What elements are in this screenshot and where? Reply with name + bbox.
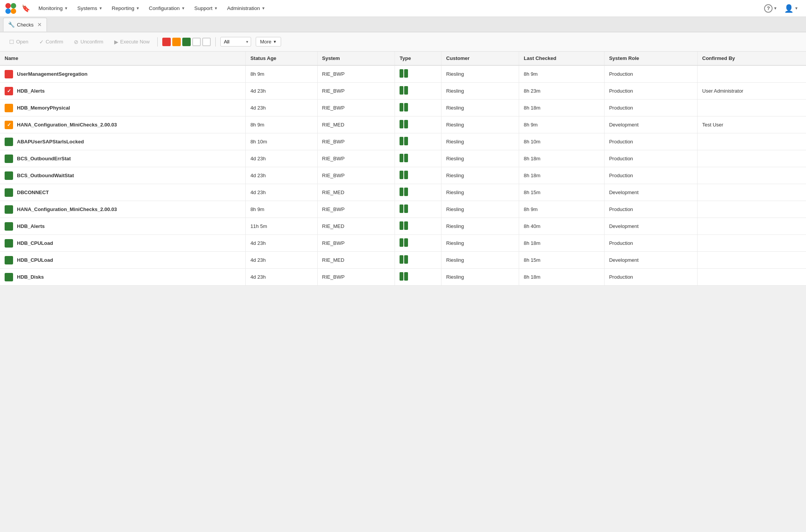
cell-system: RIE_BWP [317, 133, 395, 150]
cell-system: RIE_MED [317, 116, 395, 133]
filter-orange[interactable] [172, 38, 181, 46]
filter-red[interactable] [162, 38, 171, 46]
nav-systems[interactable]: Systems ▼ [73, 3, 107, 13]
cell-customer: Riesling [441, 150, 519, 167]
cell-status-age: 4d 23h [246, 167, 317, 184]
cell-last-checked: 8h 18m [519, 100, 604, 116]
cell-last-checked: 8h 18m [519, 167, 604, 184]
more-arrow-icon: ▼ [273, 40, 277, 44]
filter-select[interactable]: All [220, 37, 251, 47]
table-row[interactable]: HANA_Configuration_MiniChecks_2.00.03 8h… [0, 201, 806, 218]
nav-configuration[interactable]: Configuration ▼ [145, 3, 189, 13]
filter-empty[interactable] [192, 38, 201, 46]
cell-system: RIE_BWP [317, 100, 395, 116]
cell-confirmed-by [698, 65, 806, 83]
cell-customer: Riesling [441, 269, 519, 286]
user-arrow-icon: ▼ [794, 6, 798, 10]
unconfirm-icon: ⊘ [74, 39, 78, 45]
filter-green[interactable] [182, 38, 191, 46]
table-row[interactable]: BCS_OutboundErrStat 4d 23h RIE_BWP Riesl… [0, 150, 806, 167]
help-button[interactable]: ? ▼ [761, 2, 780, 15]
table-row[interactable]: ✓ HDB_Alerts 4d 23h RIE_BWP Riesling 8h … [0, 83, 806, 100]
check-name: UserManagementSegregation [17, 71, 88, 77]
nav-configuration-arrow: ▼ [181, 6, 185, 10]
table-row[interactable]: HDB_CPULoad 4d 23h RIE_BWP Riesling 8h 1… [0, 235, 806, 252]
cell-name: ABAPUserSAPStarIsLocked [0, 133, 246, 150]
table-row[interactable]: HDB_MemoryPhysical 4d 23h RIE_BWP Riesli… [0, 100, 806, 116]
user-button[interactable]: 👤 ▼ [781, 2, 801, 15]
nav-administration[interactable]: Administration ▼ [223, 3, 269, 13]
execute-now-button[interactable]: ▶ Execute Now [111, 37, 153, 47]
header-type: Type [395, 52, 441, 65]
cell-name: BCS_OutboundWaitStat [0, 167, 246, 184]
check-name: HDB_MemoryPhysical [17, 105, 70, 111]
cell-confirmed-by [698, 100, 806, 116]
cell-system: RIE_BWP [317, 167, 395, 184]
type-icon [400, 221, 408, 230]
cell-type [395, 167, 441, 184]
status-indicator [5, 205, 13, 214]
cell-customer: Riesling [441, 201, 519, 218]
nav-support[interactable]: Support ▼ [190, 3, 221, 13]
table-row[interactable]: HDB_Disks 4d 23h RIE_BWP Riesling 8h 18m… [0, 269, 806, 286]
header-status-age: Status Age [246, 52, 317, 65]
nav-reporting[interactable]: Reporting ▼ [108, 3, 143, 13]
cell-last-checked: 8h 15m [519, 252, 604, 269]
nav-reporting-arrow: ▼ [136, 6, 140, 10]
check-name: HDB_CPULoad [17, 257, 53, 263]
open-icon: ☐ [9, 39, 14, 45]
cell-system-role: Production [604, 167, 697, 184]
cell-status-age: 8h 9m [246, 116, 317, 133]
cell-customer: Riesling [441, 100, 519, 116]
cell-name: DBCONNECT [0, 184, 246, 201]
cell-status-age: 8h 9m [246, 65, 317, 83]
cell-status-age: 4d 23h [246, 100, 317, 116]
tab-close-button[interactable]: ✕ [37, 22, 42, 28]
bookmark-icon[interactable]: 🔖 [22, 4, 30, 13]
cell-last-checked: 8h 23m [519, 83, 604, 100]
cell-name: UserManagementSegregation [0, 65, 246, 83]
cell-type [395, 116, 441, 133]
cell-type [395, 133, 441, 150]
status-indicator [5, 273, 13, 281]
table-row[interactable]: HDB_Alerts 11h 5m RIE_MED Riesling 8h 40… [0, 218, 806, 235]
cell-last-checked: 8h 40m [519, 218, 604, 235]
table-row[interactable]: HDB_CPULoad 4d 23h RIE_MED Riesling 8h 1… [0, 252, 806, 269]
unconfirm-button[interactable]: ⊘ Unconfirm [71, 37, 106, 47]
app-logo [5, 2, 17, 15]
check-name: HANA_Configuration_MiniChecks_2.00.03 [17, 122, 117, 128]
top-navigation: 🔖 Monitoring ▼ Systems ▼ Reporting ▼ Con… [0, 0, 806, 17]
more-button[interactable]: More ▼ [256, 37, 281, 47]
open-button[interactable]: ☐ Open [6, 37, 32, 47]
table-row[interactable]: BCS_OutboundWaitStat 4d 23h RIE_BWP Ries… [0, 167, 806, 184]
header-name: Name [0, 52, 246, 65]
tab-checks[interactable]: 🔧 Checks ✕ [3, 18, 47, 32]
cell-system: RIE_BWP [317, 201, 395, 218]
nav-monitoring[interactable]: Monitoring ▼ [35, 3, 72, 13]
check-name: HDB_CPULoad [17, 240, 53, 246]
cell-customer: Riesling [441, 218, 519, 235]
check-name: ABAPUserSAPStarIsLocked [17, 139, 84, 145]
tab-bar: 🔧 Checks ✕ [0, 17, 806, 32]
nav-monitoring-arrow: ▼ [64, 6, 68, 10]
status-indicator [5, 188, 13, 197]
cell-confirmed-by [698, 252, 806, 269]
confirm-button[interactable]: ✓ Confirm [36, 37, 67, 47]
cell-status-age: 4d 23h [246, 83, 317, 100]
cell-type [395, 65, 441, 83]
check-name: HDB_Alerts [17, 88, 45, 94]
status-indicator: ✓ [5, 121, 13, 129]
type-icon [400, 204, 408, 213]
cell-name: HDB_Alerts [0, 218, 246, 235]
cell-system-role: Development [604, 252, 697, 269]
table-row[interactable]: DBCONNECT 4d 23h RIE_MED Riesling 8h 15m… [0, 184, 806, 201]
cell-status-age: 4d 23h [246, 150, 317, 167]
status-indicator [5, 155, 13, 163]
filter-empty2[interactable] [202, 38, 211, 46]
check-name: HDB_Disks [17, 274, 44, 280]
table-row[interactable]: ✓ HANA_Configuration_MiniChecks_2.00.03 … [0, 116, 806, 133]
table-row[interactable]: ABAPUserSAPStarIsLocked 8h 10m RIE_BWP R… [0, 133, 806, 150]
status-indicator [5, 256, 13, 264]
table-row[interactable]: UserManagementSegregation 8h 9m RIE_BWP … [0, 65, 806, 83]
cell-last-checked: 8h 18m [519, 235, 604, 252]
